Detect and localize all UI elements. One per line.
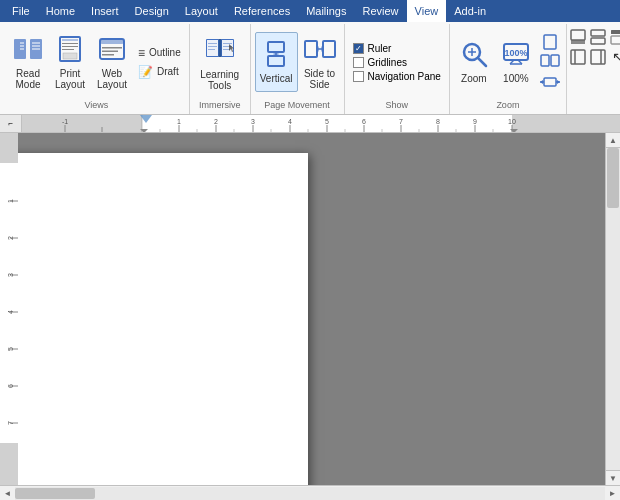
page-movement-buttons: Vertical Side <box>255 26 340 98</box>
vertical-ruler: 1 2 3 4 5 6 7 <box>0 133 18 485</box>
page-width-button[interactable] <box>538 73 562 91</box>
navigation-pane-label: Navigation Pane <box>368 71 441 82</box>
svg-text:1: 1 <box>177 118 181 125</box>
ruler-checkbox-row[interactable]: ✓ Ruler <box>353 43 441 54</box>
menu-bar: File Home Insert Design Layout Reference… <box>0 0 620 22</box>
outline-button[interactable]: ≡ Outline <box>134 44 185 62</box>
svg-rect-18 <box>102 54 114 56</box>
outline-label: Outline <box>149 47 181 58</box>
vertical-scrollbar[interactable]: ▲ ▼ <box>605 133 620 485</box>
menu-file[interactable]: File <box>4 0 38 22</box>
read-mode-button[interactable]: Read Mode <box>8 32 48 92</box>
scrollbar-track[interactable] <box>606 148 620 470</box>
learning-tools-button[interactable]: Learning Tools <box>194 32 246 92</box>
svg-text:6: 6 <box>362 118 366 125</box>
zoom-100-icon: 100% <box>502 40 530 71</box>
menu-insert[interactable]: Insert <box>83 0 127 22</box>
svg-rect-111 <box>0 443 18 485</box>
menu-mailings[interactable]: Mailings <box>298 0 354 22</box>
svg-rect-70 <box>512 115 620 133</box>
draft-button[interactable]: 📝 Draft <box>134 63 185 81</box>
show-buttons: ✓ Ruler Gridlines Navigation Pane <box>349 26 445 98</box>
menu-references[interactable]: References <box>226 0 298 22</box>
horizontal-scrollbar[interactable]: ◄ ► <box>0 485 620 500</box>
print-layout-button[interactable]: Print Layout <box>50 32 90 92</box>
scrollbar-up-arrow[interactable]: ▲ <box>606 133 620 148</box>
gridlines-checkbox-row[interactable]: Gridlines <box>353 57 441 68</box>
svg-rect-26 <box>223 43 232 44</box>
svg-text:4: 4 <box>288 118 292 125</box>
menu-addin[interactable]: Add-in <box>446 0 494 22</box>
expand-ribbon-button[interactable] <box>589 28 607 46</box>
ruler-checkbox[interactable]: ✓ <box>353 43 364 54</box>
svg-rect-58 <box>571 30 585 40</box>
svg-rect-16 <box>102 47 122 49</box>
one-page-button[interactable] <box>538 33 562 51</box>
ribbon-group-zoom: Zoom 100% 100% <box>450 24 567 114</box>
svg-text:1: 1 <box>7 199 14 203</box>
draft-label: Draft <box>157 66 179 77</box>
horizontal-ruler-row: ⌐ 1 2 3 <box>0 115 620 133</box>
draft-icon: 📝 <box>138 65 153 79</box>
full-ribbon-button[interactable] <box>609 28 620 46</box>
multiple-pages-button[interactable] <box>538 53 562 71</box>
scrollbar-down-arrow[interactable]: ▼ <box>606 470 620 485</box>
cursor-icon: ↖ <box>609 48 620 66</box>
svg-rect-23 <box>208 43 217 44</box>
zoom-buttons: Zoom 100% 100% <box>454 26 562 98</box>
document-page <box>18 153 308 485</box>
svg-text:2: 2 <box>214 118 218 125</box>
document-area[interactable] <box>18 133 605 485</box>
views-buttons: Read Mode <box>8 26 185 98</box>
learning-tools-label: Learning Tools <box>200 69 239 91</box>
vertical-button[interactable]: Vertical <box>255 32 298 92</box>
svg-rect-10 <box>62 43 78 44</box>
navigation-pane-checkbox[interactable] <box>353 71 364 82</box>
web-layout-button[interactable]: Web Layout <box>92 32 132 92</box>
view-pane-right-button[interactable] <box>589 48 607 66</box>
h-scrollbar-left-arrow[interactable]: ◄ <box>0 486 15 501</box>
svg-rect-67 <box>591 50 605 64</box>
show-group-label: Show <box>349 98 445 112</box>
h-scrollbar-track[interactable] <box>15 487 605 500</box>
h-scrollbar-thumb[interactable] <box>15 488 95 499</box>
navigation-pane-checkbox-row[interactable]: Navigation Pane <box>353 71 441 82</box>
h-scrollbar-right-arrow[interactable]: ► <box>605 486 620 501</box>
svg-rect-21 <box>207 40 218 56</box>
svg-text:5: 5 <box>7 347 14 351</box>
ribbon-content: Read Mode <box>0 22 620 114</box>
learning-tools-icon <box>202 34 238 67</box>
svg-rect-29 <box>218 39 221 57</box>
svg-rect-24 <box>208 46 217 47</box>
gridlines-checkbox[interactable] <box>353 57 364 68</box>
menu-review[interactable]: Review <box>355 0 407 22</box>
svg-text:7: 7 <box>399 118 403 125</box>
svg-text:9: 9 <box>473 118 477 125</box>
ribbon: Read Mode <box>0 22 620 115</box>
side-to-side-icon <box>304 35 336 66</box>
svg-text:100%: 100% <box>504 48 527 58</box>
svg-rect-9 <box>62 39 78 41</box>
menu-view[interactable]: View <box>407 0 447 22</box>
menu-layout[interactable]: Layout <box>177 0 226 22</box>
zoom-100-label: 100% <box>503 73 529 84</box>
read-mode-icon <box>12 35 44 66</box>
svg-marker-56 <box>540 80 543 84</box>
menu-home[interactable]: Home <box>38 0 83 22</box>
menu-design[interactable]: Design <box>127 0 177 22</box>
svg-rect-51 <box>541 55 549 66</box>
svg-rect-65 <box>571 50 585 64</box>
zoom-button[interactable]: Zoom <box>454 32 494 92</box>
side-to-side-button[interactable]: Side to Side <box>300 32 340 92</box>
view-pane-left-button[interactable] <box>569 48 587 66</box>
scrollbar-thumb[interactable] <box>607 148 619 208</box>
zoom-100-button[interactable]: 100% 100% <box>496 32 536 92</box>
read-mode-label: Read Mode <box>15 68 40 90</box>
collapse-ribbon-button[interactable] <box>569 28 587 46</box>
ruler-corner[interactable]: ⌐ <box>0 115 22 133</box>
svg-text:3: 3 <box>7 273 14 277</box>
immersive-buttons: Learning Tools <box>194 26 246 98</box>
svg-text:10: 10 <box>508 118 516 125</box>
web-layout-label: Web Layout <box>97 68 127 90</box>
zoom-group-label: Zoom <box>454 98 562 112</box>
